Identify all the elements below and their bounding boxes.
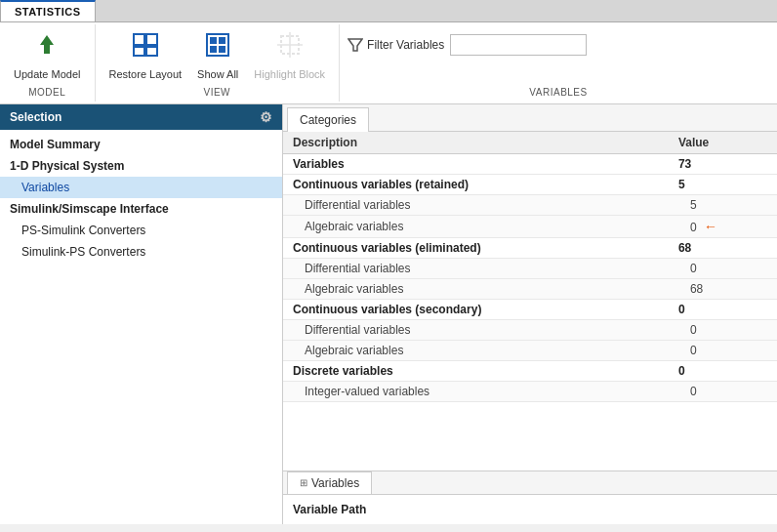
row-value: 0 ← (669, 215, 777, 237)
filter-icon-label: Filter Variables (348, 37, 444, 53)
table-row: Differential variables 5 (283, 194, 777, 215)
row-value: 68 (669, 278, 777, 299)
selection-tree: Model Summary 1-D Physical System Variab… (0, 130, 282, 524)
tree-item-simulink-ps[interactable]: Simulink-PS Converters (0, 241, 282, 263)
row-value: 5 (669, 194, 777, 215)
stats-panel: Categories Description Value Variables 7… (283, 104, 777, 524)
svg-rect-9 (219, 46, 225, 53)
restore-layout-button[interactable]: Restore Layout (103, 28, 188, 85)
row-value: 73 (669, 153, 777, 174)
row-value: 0 (669, 299, 777, 319)
restore-layout-icon (132, 32, 159, 65)
update-model-label: Update Model (14, 67, 81, 81)
svg-marker-0 (40, 35, 54, 54)
row-label: Continuous variables (retained) (283, 174, 669, 194)
row-value: 0 (669, 340, 777, 360)
row-value: 68 (669, 237, 777, 258)
row-label: Variables (283, 153, 669, 174)
row-label: Continuous variables (secondary) (283, 299, 669, 319)
tab-variables-bottom[interactable]: ⊞ Variables (287, 471, 372, 494)
row-label: Algebraic variables (283, 340, 669, 360)
svg-rect-2 (146, 34, 157, 45)
highlight-block-button[interactable]: Highlight Block (248, 28, 331, 85)
svg-rect-1 (134, 34, 144, 45)
col-value: Value (669, 132, 777, 154)
ribbon-group-model: Update Model MODEL (0, 24, 96, 102)
stats-table-container: Description Value Variables 73 Continuou… (283, 132, 777, 471)
row-label: Differential variables (283, 194, 669, 215)
table-row: Algebraic variables 68 (283, 278, 777, 299)
model-group-label: MODEL (28, 87, 65, 98)
row-label: Differential variables (283, 258, 669, 278)
selection-title: Selection (10, 110, 61, 124)
model-buttons: Update Model (8, 28, 87, 85)
row-value: 0 (669, 258, 777, 278)
svg-rect-6 (210, 37, 217, 44)
row-label: Integer-valued variables (283, 381, 669, 401)
selection-header: Selection ⚙ (0, 104, 282, 130)
svg-rect-4 (146, 47, 157, 56)
bottom-tab-bar: ⊞ Variables (283, 471, 777, 495)
show-all-button[interactable]: Show All (191, 28, 244, 85)
restore-layout-label: Restore Layout (109, 67, 183, 81)
show-all-icon (205, 32, 230, 65)
table-row: Continuous variables (secondary) 0 (283, 299, 777, 319)
variables-tab-icon: ⊞ (300, 477, 307, 488)
filter-row: Filter Variables (348, 34, 769, 56)
table-row: Differential variables 0 (283, 258, 777, 278)
show-all-label: Show All (197, 67, 238, 81)
filter-variables-label: Filter Variables (367, 38, 444, 52)
filter-variables-input[interactable] (450, 34, 587, 56)
ribbon-group-variables: Filter Variables VARIABLES (340, 24, 777, 102)
tree-item-simulink-interface[interactable]: Simulink/Simscape Interface (0, 198, 282, 220)
table-row: Discrete variables 0 (283, 360, 777, 381)
tree-item-model-summary[interactable]: Model Summary (0, 134, 282, 155)
col-description: Description (283, 132, 669, 154)
update-model-button[interactable]: Update Model (8, 28, 87, 85)
arrow-indicator: ← (704, 219, 717, 234)
tab-categories[interactable]: Categories (287, 107, 369, 132)
view-group-label: VIEW (204, 87, 231, 98)
row-label: Differential variables (283, 319, 669, 340)
svg-rect-7 (219, 37, 225, 44)
row-value: 0 (669, 360, 777, 381)
table-header-row: Description Value (283, 132, 777, 154)
selection-panel: Selection ⚙ Model Summary 1-D Physical S… (0, 104, 283, 524)
table-row: Integer-valued variables 0 (283, 381, 777, 401)
svg-marker-13 (348, 39, 362, 51)
variable-path-header: Variable Path (293, 499, 767, 520)
variables-group-label: VARIABLES (348, 85, 769, 98)
row-value: 5 (669, 174, 777, 194)
row-value: 0 (669, 381, 777, 401)
table-row: Variables 73 (283, 153, 777, 174)
table-row: Differential variables 0 (283, 319, 777, 340)
row-label: Algebraic variables (283, 215, 669, 237)
highlight-block-label: Highlight Block (254, 67, 325, 81)
row-label: Algebraic variables (283, 278, 669, 299)
ribbon-group-view: Restore Layout Show All (96, 24, 341, 102)
svg-rect-8 (210, 46, 217, 53)
highlight-block-icon (277, 32, 303, 65)
tree-item-variables[interactable]: Variables (0, 177, 282, 198)
tab-bar: STATISTICS (0, 0, 777, 22)
svg-rect-3 (134, 47, 144, 56)
variables-tab-label: Variables (311, 476, 359, 490)
table-row: Algebraic variables 0 ← (283, 215, 777, 237)
bottom-section: Variable Path (283, 495, 777, 524)
table-row: Continuous variables (retained) 5 (283, 174, 777, 194)
main-content: Selection ⚙ Model Summary 1-D Physical S… (0, 104, 777, 524)
row-label: Discrete variables (283, 360, 669, 381)
tab-statistics[interactable]: STATISTICS (0, 0, 96, 21)
table-row: Algebraic variables 0 (283, 340, 777, 360)
update-model-icon (34, 32, 60, 65)
view-buttons: Restore Layout Show All (103, 28, 332, 85)
categories-tab-bar: Categories (283, 104, 777, 132)
table-row: Continuous variables (eliminated) 68 (283, 237, 777, 258)
settings-icon[interactable]: ⚙ (260, 109, 272, 125)
tree-item-1d-physical[interactable]: 1-D Physical System (0, 155, 282, 177)
tree-item-ps-simulink[interactable]: PS-Simulink Converters (0, 220, 282, 241)
row-label: Continuous variables (eliminated) (283, 237, 669, 258)
stats-table: Description Value Variables 73 Continuou… (283, 132, 777, 402)
row-value: 0 (669, 319, 777, 340)
filter-icon (348, 37, 363, 53)
